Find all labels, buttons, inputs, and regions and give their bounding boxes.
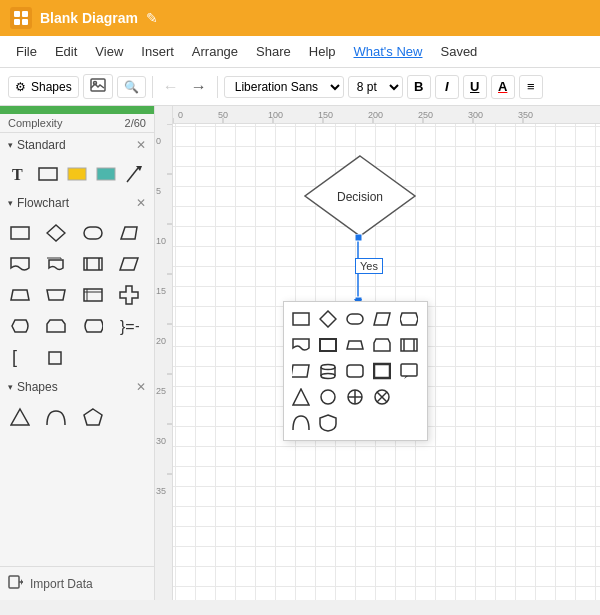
svg-text:10: 10 xyxy=(156,236,166,246)
svg-point-96 xyxy=(321,390,335,404)
fc-predefined[interactable] xyxy=(79,250,107,278)
svg-text:0: 0 xyxy=(178,110,183,120)
pp-circle-cross[interactable] xyxy=(343,385,367,409)
pp-circle-x[interactable] xyxy=(370,385,394,409)
undo-icon: ← xyxy=(163,78,179,96)
svg-text:[: [ xyxy=(12,347,17,367)
text-shape[interactable]: T xyxy=(6,161,32,187)
svg-marker-82 xyxy=(374,339,390,351)
complexity-row: Complexity 2/60 xyxy=(0,114,154,133)
pp-rectangle[interactable] xyxy=(289,307,313,331)
fc-data[interactable] xyxy=(115,250,143,278)
svg-marker-79 xyxy=(400,313,418,325)
menu-view[interactable]: View xyxy=(87,40,131,63)
pp-process2[interactable] xyxy=(316,333,340,357)
svg-rect-14 xyxy=(84,227,102,239)
fc-io[interactable] xyxy=(115,219,143,247)
svg-marker-25 xyxy=(120,286,138,304)
menu-insert[interactable]: Insert xyxy=(133,40,182,63)
fc-loop-limit[interactable] xyxy=(42,312,70,340)
s-triangle[interactable] xyxy=(6,403,34,431)
menu-help[interactable]: Help xyxy=(301,40,344,63)
menu-share[interactable]: Share xyxy=(248,40,299,63)
shapes-close-button[interactable]: ✕ xyxy=(136,380,146,394)
filled-rectangle-shape[interactable] xyxy=(64,161,90,187)
pp-rounded-rect[interactable] xyxy=(343,359,367,383)
pp-loop2[interactable] xyxy=(370,333,394,357)
chevron-down-icon: ▾ xyxy=(8,140,13,150)
align-button[interactable]: ≡ xyxy=(519,75,543,99)
fc-doc[interactable] xyxy=(6,250,34,278)
pp-thick-rect[interactable] xyxy=(370,359,394,383)
svg-text:}=−{: }=−{ xyxy=(120,318,139,335)
standard-close-button[interactable]: ✕ xyxy=(136,138,146,152)
canvas[interactable]: 0 50 100 150 200 250 300 350 xyxy=(155,106,600,600)
pp-shield[interactable] xyxy=(316,411,340,435)
fc-rounded[interactable] xyxy=(79,219,107,247)
pp-diamond[interactable] xyxy=(316,307,340,331)
flowchart-section-header[interactable]: ▾ Flowchart ✕ xyxy=(0,191,154,215)
font-size-select[interactable]: 8 pt 10 pt 12 pt xyxy=(348,76,403,98)
fc-decision[interactable] xyxy=(42,219,70,247)
arrow-shape[interactable] xyxy=(122,161,148,187)
pp-stadium[interactable] xyxy=(343,307,367,331)
svg-marker-26 xyxy=(47,320,65,332)
underline-button[interactable]: U xyxy=(463,75,487,99)
fc-bracket[interactable]: [ xyxy=(6,343,34,371)
s-arch[interactable] xyxy=(42,403,70,431)
pp-callout[interactable] xyxy=(397,359,421,383)
fc-internal-storage[interactable] xyxy=(79,281,107,309)
fc-stored-data[interactable] xyxy=(79,312,107,340)
rectangle-shape[interactable] xyxy=(35,161,61,187)
menu-file[interactable]: File xyxy=(8,40,45,63)
italic-label: I xyxy=(445,79,449,94)
import-data-button[interactable]: Import Data xyxy=(0,566,154,600)
pp-triangle[interactable] xyxy=(289,385,313,409)
menu-edit[interactable]: Edit xyxy=(47,40,85,63)
search-button[interactable]: 🔍 xyxy=(117,76,146,98)
font-family-select[interactable]: Liberation Sans xyxy=(224,76,344,98)
pp-para-left[interactable] xyxy=(289,359,313,383)
standard-section-header[interactable]: ▾ Standard ✕ xyxy=(0,133,154,157)
svg-marker-19 xyxy=(120,258,138,270)
fc-brace[interactable]: }=−{ xyxy=(115,312,143,340)
pp-cylinder[interactable] xyxy=(316,359,340,383)
fc-cross[interactable] xyxy=(115,281,143,309)
s-pentagon[interactable] xyxy=(79,403,107,431)
svg-rect-1 xyxy=(22,11,28,17)
flowchart-close-button[interactable]: ✕ xyxy=(136,196,146,210)
undo-button[interactable]: ← xyxy=(159,75,183,99)
image-insert-button[interactable] xyxy=(83,74,113,99)
pp-arch2[interactable] xyxy=(289,411,313,435)
edit-title-icon[interactable]: ✎ xyxy=(146,10,158,26)
shapes-panel-button[interactable]: ⚙ Shapes xyxy=(8,76,79,98)
complexity-bar xyxy=(0,106,154,114)
decision-shape[interactable]: Decision xyxy=(300,151,420,241)
ruler-vertical: 0 5 10 15 20 25 30 35 xyxy=(155,106,173,600)
svg-rect-7 xyxy=(39,168,57,180)
flowchart-shapes: }=−{ [ xyxy=(0,215,154,375)
pp-film[interactable] xyxy=(397,333,421,357)
fc-multidoc[interactable] xyxy=(42,250,70,278)
teal-rectangle-shape[interactable] xyxy=(93,161,119,187)
menu-saved[interactable]: Saved xyxy=(432,40,485,63)
svg-rect-80 xyxy=(320,339,336,351)
fc-trapezoid-inv[interactable] xyxy=(42,281,70,309)
flowchart-chevron-icon: ▾ xyxy=(8,198,13,208)
font-color-button[interactable]: A xyxy=(491,75,515,99)
fc-process[interactable] xyxy=(6,219,34,247)
fc-blank[interactable] xyxy=(42,343,70,371)
menu-arrange[interactable]: Arrange xyxy=(184,40,246,63)
pp-data[interactable] xyxy=(397,307,421,331)
menu-whatsnew[interactable]: What's New xyxy=(346,40,431,63)
fc-trapezoid[interactable] xyxy=(6,281,34,309)
pp-doc2[interactable] xyxy=(289,333,313,357)
pp-trapeziod2[interactable] xyxy=(343,333,367,357)
pp-parallelogram-r[interactable] xyxy=(370,307,394,331)
italic-button[interactable]: I xyxy=(435,75,459,99)
shapes-section-header[interactable]: ▾ Shapes ✕ xyxy=(0,375,154,399)
bold-button[interactable]: B xyxy=(407,75,431,99)
fc-display[interactable] xyxy=(6,312,34,340)
pp-circle[interactable] xyxy=(316,385,340,409)
redo-button[interactable]: → xyxy=(187,75,211,99)
